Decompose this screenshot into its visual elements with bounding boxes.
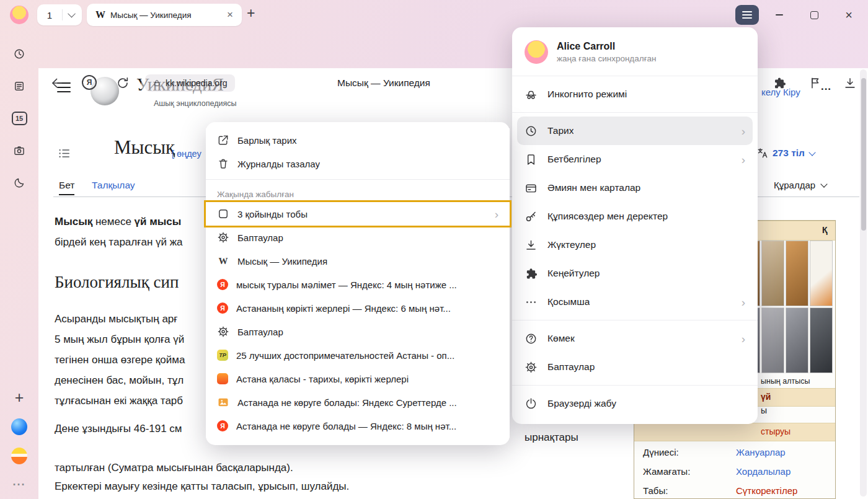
taxonomy-link[interactable]: Жануарлар <box>736 447 786 457</box>
url-text: kk.wikipedia.org <box>166 78 228 88</box>
tab-close-icon[interactable]: × <box>224 9 236 21</box>
tools-dropdown[interactable]: Құралдар <box>774 180 826 190</box>
menu-item[interactable]: ЯАстананың көрікті жерлері — Яндекс: 6 м… <box>206 296 510 320</box>
sidebar-item[interactable] <box>11 46 27 62</box>
taxonomy-row: Жамағаты:Хордалылар <box>634 462 835 481</box>
extensions-puzzle-icon[interactable] <box>773 76 786 90</box>
menu-item[interactable]: Баптаулар <box>517 353 753 381</box>
article-text: бірдей кең таралған үй жа <box>55 236 183 249</box>
tab-counter-value: 1 <box>37 10 62 20</box>
cat-photo <box>786 307 808 373</box>
menu-item-label: Тарих <box>547 125 574 136</box>
contents-toc-icon[interactable] <box>57 146 71 161</box>
lock-icon <box>153 79 161 87</box>
browser-menu-button[interactable] <box>735 5 759 25</box>
sidebar-item[interactable] <box>11 448 27 464</box>
taxonomy-link[interactable]: Сүткоректілер <box>736 485 797 496</box>
menu-item[interactable]: Журналды тазалау <box>206 152 510 175</box>
tab-article[interactable]: Бет <box>59 180 74 195</box>
edit-link[interactable]: [ өңдеу <box>172 149 202 159</box>
history-clock-icon <box>13 48 25 60</box>
menu-divider <box>512 112 758 113</box>
wiki-more-icon[interactable]: ··· <box>821 83 831 95</box>
chevron-right-icon: › <box>742 125 745 137</box>
menu-item[interactable]: Әмиян мен карталар <box>517 174 753 202</box>
new-tab-button[interactable]: + <box>247 5 255 22</box>
sidebar-top-group: 15 <box>0 46 38 191</box>
trash-icon <box>217 157 229 170</box>
sidebar-item[interactable]: ··· <box>11 477 27 493</box>
menu-item[interactable]: Баптаулар <box>206 226 510 249</box>
menu-item[interactable]: TP25 лучших достопримечательностей Астан… <box>206 343 510 367</box>
domain-chip[interactable]: kk.wikipedia.org <box>145 74 235 92</box>
help-icon <box>525 332 538 345</box>
tab-talk[interactable]: Талқылау <box>92 180 135 191</box>
menu-item[interactable]: Браузерді жабу <box>517 389 753 418</box>
sidebar-item[interactable]: 15 <box>11 110 27 126</box>
photo-caption: ының алтысы <box>761 377 810 386</box>
taxobox-band-link[interactable]: стыруы <box>761 426 790 436</box>
divider <box>62 9 63 20</box>
menu-item[interactable]: Барлық тарих <box>206 128 510 152</box>
profile-row[interactable]: Alice Carroll жаңа ғана синхрондалған <box>512 32 758 72</box>
section-header: Жақында жабылған <box>206 183 510 202</box>
article-text: Еркектері мауығу кезінде қатты таласып, … <box>55 480 349 493</box>
profile-avatar[interactable] <box>10 6 29 24</box>
menu-item-label: 25 лучших достопримечательностей Астаны … <box>236 350 454 361</box>
menu-item[interactable]: Жүктеулер <box>517 231 753 259</box>
maximize-button[interactable] <box>804 6 825 24</box>
yandex-search-icon[interactable]: Я <box>82 75 97 90</box>
sidebar-item[interactable]: + <box>11 389 27 405</box>
article-text-fragment: ырнақтары <box>525 431 578 444</box>
minimize-icon <box>776 14 783 15</box>
menu-item[interactable]: Астанада не көруге болады: Яндекс Суретт… <box>206 391 510 414</box>
language-selector[interactable]: 273 тіл <box>756 147 815 159</box>
menu-item[interactable]: Астана қаласы - тарихы, көрікті жерлері <box>206 367 510 391</box>
gear-icon <box>525 361 538 374</box>
browser-tab[interactable]: W Мысық — Уикипедия × <box>87 4 242 26</box>
refresh-icon[interactable] <box>115 76 130 91</box>
back-icon[interactable] <box>50 76 64 91</box>
taxonomy-link[interactable]: Хордалылар <box>736 466 790 477</box>
menu-item[interactable]: WМысық — Уикипедия <box>206 249 510 273</box>
history-menu-top: Барлық тарихЖурналды тазалау <box>206 128 510 175</box>
menu-item[interactable]: Құпиясөздер мен деректер <box>517 202 753 231</box>
gear-icon <box>217 231 229 244</box>
profile-name: Alice Carroll <box>557 41 657 52</box>
menu-item[interactable]: ЯАстанада не көруге болады — Яндекс: 8 м… <box>206 414 510 438</box>
menu-item-label: мысық туралы мәлімет — Яндекс: 4 мың нәт… <box>236 280 457 290</box>
close-button[interactable]: × <box>838 6 859 24</box>
sidebar-item[interactable] <box>11 78 27 94</box>
sidebar-item[interactable] <box>11 143 27 159</box>
plus-icon: + <box>15 389 24 407</box>
menu-item[interactable]: Инкогнито режимі <box>517 80 753 108</box>
menu-item[interactable]: Кеңейтулер <box>517 259 753 288</box>
collections-flag-icon[interactable] <box>808 76 822 90</box>
sidebar-item[interactable] <box>11 175 27 191</box>
chevron-right-icon: › <box>742 296 745 308</box>
menu-item[interactable]: Көмек› <box>517 324 753 353</box>
menu-item[interactable]: Тарих› <box>517 117 753 145</box>
scrollbar-thumb[interactable] <box>861 78 866 231</box>
bold-term: Мысық <box>55 216 92 227</box>
gear-icon <box>217 325 229 338</box>
sidebar-item[interactable] <box>11 418 27 435</box>
menu-item-label: Құпиясөздер мен деректер <box>547 211 668 222</box>
menu-item-label: Инкогнито режимі <box>547 89 627 100</box>
menu-item[interactable]: Қосымша› <box>517 288 753 316</box>
browser-menu: Alice Carroll жаңа ғана синхрондалған Ин… <box>512 27 758 424</box>
wikipedia-favicon: W <box>217 255 229 267</box>
menu-item[interactable]: Баптаулар <box>206 320 510 343</box>
menu-item-label: Әмиян мен карталар <box>547 182 640 193</box>
minimize-button[interactable] <box>769 6 790 24</box>
downloads-icon[interactable] <box>843 76 857 90</box>
article-text: немесе <box>92 216 134 227</box>
taxonomy-row: Табы:Сүткоректілер <box>634 481 835 499</box>
menu-item[interactable]: 3 қойынды тобы› <box>206 202 510 226</box>
section-heading: Биологиялық сип <box>55 273 179 292</box>
tab-counter[interactable]: 1 <box>37 4 82 25</box>
search-app-icon <box>11 448 27 464</box>
menu-item[interactable]: Бетбелгілер› <box>517 145 753 174</box>
menu-item[interactable]: Ямысық туралы мәлімет — Яндекс: 4 мың нә… <box>206 273 510 296</box>
scrollbar[interactable] <box>860 69 867 497</box>
